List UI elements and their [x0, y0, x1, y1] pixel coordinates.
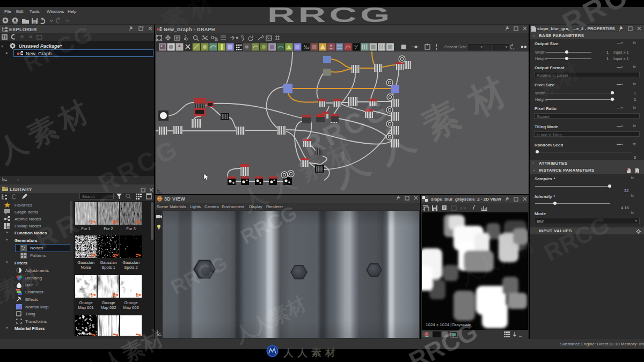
svg-text:Parent Size:: Parent Size: — [444, 45, 468, 49]
svg-text:⅒: ⅒ — [304, 45, 310, 50]
svg-text:i: i — [17, 177, 19, 182]
